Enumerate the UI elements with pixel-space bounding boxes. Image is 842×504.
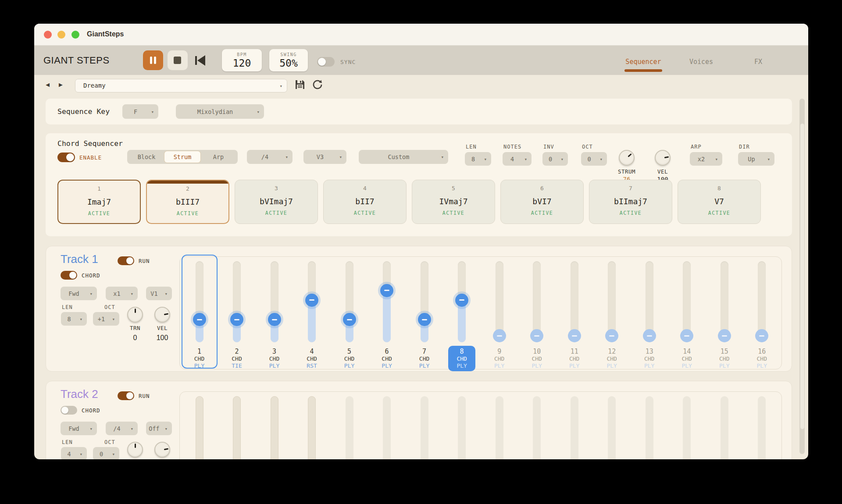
vertical-scrollbar[interactable]	[799, 99, 805, 454]
step-slider[interactable]	[683, 261, 691, 342]
sync-toggle[interactable]	[317, 57, 335, 67]
step-column[interactable]: 2 CHD TIE	[219, 257, 255, 369]
enable-toggle[interactable]	[57, 153, 75, 162]
chord-pattern-select[interactable]: Custom ▾	[359, 150, 448, 164]
step-column[interactable]: 4 CHD RST	[294, 257, 330, 369]
chord-card[interactable]: 2 bIII7 ACTIVE	[146, 180, 229, 224]
len-select[interactable]: 8 ▾	[465, 152, 491, 166]
slider-thumb[interactable]	[530, 329, 543, 342]
step-label[interactable]: 15 CHD PLY	[711, 346, 738, 371]
slider-thumb[interactable]	[643, 329, 656, 342]
track2-rate-select[interactable]: /4 ▾	[106, 422, 138, 435]
track1-len-select[interactable]: 8 ▾	[61, 312, 87, 326]
slider-thumb[interactable]	[755, 329, 768, 342]
step-label[interactable]: 4 CHD RST	[298, 346, 325, 371]
dir-select[interactable]: Up ▾	[738, 152, 774, 166]
step-column[interactable]: 9 CHD PLY	[482, 257, 517, 369]
chord-card[interactable]: 8 V7 ACTIVE	[678, 180, 761, 224]
step-column[interactable]	[706, 392, 742, 459]
key-root-select[interactable]: F ▾	[122, 104, 158, 119]
slider-thumb[interactable]	[418, 313, 431, 326]
slider-thumb[interactable]	[193, 313, 206, 326]
step-label[interactable]: 12 CHD PLY	[598, 346, 625, 371]
step-label[interactable]: 5 CHD PLY	[336, 346, 363, 371]
notes-select[interactable]: 4 ▾	[503, 152, 532, 166]
track2-oct-select[interactable]: 0 ▾	[93, 447, 119, 459]
track2-run-toggle[interactable]	[118, 391, 134, 400]
step-column[interactable]: 16 CHD PLY	[744, 257, 780, 369]
step-label[interactable]: 9 CHD PLY	[486, 346, 513, 371]
chord-voicing-select[interactable]: V3 ▾	[303, 150, 346, 164]
step-label[interactable]: 13 CHD PLY	[636, 346, 663, 371]
step-label[interactable]: 6 CHD PLY	[373, 346, 400, 371]
step-slider[interactable]	[458, 261, 466, 342]
chord-card[interactable]: 1 Imaj7 ACTIVE	[57, 180, 141, 224]
save-preset-button[interactable]	[294, 79, 306, 90]
chord-card[interactable]: 5 IVmaj7 ACTIVE	[412, 180, 495, 224]
step-slider[interactable]	[346, 261, 353, 342]
step-column[interactable]: 12 CHD PLY	[594, 257, 630, 369]
step-slider[interactable]	[608, 261, 616, 342]
step-column[interactable]	[632, 392, 667, 459]
play-mode-option[interactable]: Block	[128, 151, 164, 163]
slider-thumb[interactable]	[455, 294, 468, 307]
step-column[interactable]	[557, 392, 592, 459]
step-slider[interactable]	[271, 261, 278, 342]
bpm-display[interactable]: BPM 120	[222, 49, 262, 71]
track2-voicing-select[interactable]: Off ▾	[146, 422, 172, 435]
track1-vel-knob[interactable]	[154, 307, 170, 323]
track2-chord-toggle[interactable]	[61, 406, 77, 415]
step-label[interactable]: 14 CHD PLY	[673, 346, 700, 371]
step-column[interactable]	[744, 392, 780, 459]
slider-thumb[interactable]	[605, 329, 618, 342]
track1-voicing-select[interactable]: V1 ▾	[146, 287, 172, 300]
play-mode-option[interactable]: Strum	[164, 151, 200, 163]
track1-chord-toggle[interactable]	[61, 271, 77, 280]
step-label[interactable]: 11 CHD PLY	[561, 346, 588, 371]
step-column[interactable]	[407, 392, 442, 459]
step-column[interactable]: 14 CHD PLY	[669, 257, 705, 369]
track2-direction-select[interactable]: Fwd ▾	[61, 422, 97, 435]
slider-thumb[interactable]	[493, 329, 506, 342]
preset-next-button[interactable]: ▶	[59, 81, 63, 89]
tab[interactable]: Voices	[674, 58, 728, 66]
step-column[interactable]: 8 CHD PLY	[444, 257, 480, 369]
slider-thumb[interactable]	[680, 329, 693, 342]
slider-thumb[interactable]	[230, 313, 243, 326]
step-column[interactable]	[444, 392, 480, 459]
pause-button[interactable]	[143, 50, 163, 70]
chord-card[interactable]: 3 bVImaj7 ACTIVE	[235, 180, 318, 224]
preset-select[interactable]: Dreamy ▾	[75, 79, 287, 92]
step-column[interactable]: 11 CHD PLY	[557, 257, 592, 369]
track2-vel-knob[interactable]	[154, 442, 170, 458]
step-column[interactable]: 7 CHD PLY	[407, 257, 442, 369]
step-column[interactable]	[594, 392, 630, 459]
tab[interactable]: FX	[731, 58, 785, 66]
maximize-window-button[interactable]	[71, 31, 79, 39]
chord-card[interactable]: 4 bII7 ACTIVE	[323, 180, 407, 224]
step-slider[interactable]	[571, 261, 578, 342]
step-slider[interactable]	[721, 261, 728, 342]
step-column[interactable]: 10 CHD PLY	[519, 257, 555, 369]
step-label[interactable]: 1 CHD PLY	[186, 346, 213, 371]
step-column[interactable]	[257, 392, 293, 459]
track1-rate-select[interactable]: x1 ▾	[106, 287, 138, 300]
step-slider[interactable]	[196, 261, 203, 342]
step-label[interactable]: 7 CHD PLY	[411, 346, 438, 371]
step-column[interactable]: 15 CHD PLY	[706, 257, 742, 369]
tab[interactable]: Mod	[799, 58, 808, 66]
step-slider[interactable]	[383, 261, 391, 342]
step-column[interactable]	[219, 392, 255, 459]
chord-rate-select[interactable]: /4 ▾	[247, 150, 293, 164]
step-column[interactable]	[669, 392, 705, 459]
inv-select[interactable]: 0 ▾	[542, 152, 568, 166]
step-column[interactable]	[482, 392, 517, 459]
oct-select[interactable]: 0 ▾	[581, 152, 607, 166]
track1-trn-knob[interactable]	[127, 307, 143, 323]
step-column[interactable]	[182, 392, 218, 459]
track2-len-select[interactable]: 4 ▾	[61, 447, 87, 459]
key-scale-select[interactable]: Mixolydian ▾	[176, 104, 264, 119]
slider-thumb[interactable]	[718, 329, 731, 342]
minimize-window-button[interactable]	[57, 31, 65, 39]
step-slider[interactable]	[758, 261, 766, 342]
